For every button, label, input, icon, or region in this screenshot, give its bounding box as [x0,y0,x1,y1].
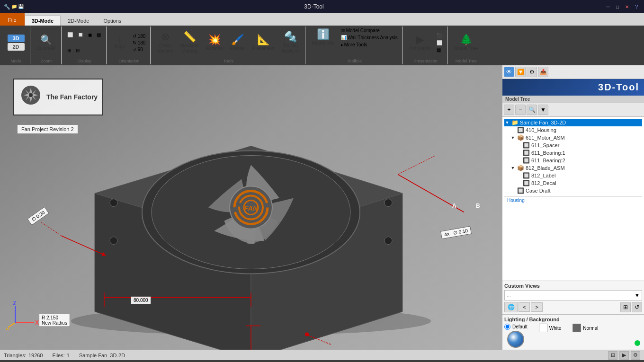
svg-line-38 [8,323,15,327]
right-panel: 👁 🔽 ⚙ 📤 3D-Tool Model Tree + − 🔍 ▼ ▼ 📁 [502,65,644,350]
titlebar: 🔧 📁 💾 3D-Tool ─ □ ✕ ? [0,0,644,13]
more-tools-label: More Tools [344,42,367,47]
tree-root[interactable]: ▼ 📁 Sample Fan_3D-2D [504,119,642,126]
statusbar: Triangles: 19260 Files: 1 Sample Fan_3D-… [0,350,644,360]
tree-item-812-decal[interactable]: 🔲 812_Decal [504,179,642,187]
tree-item-611-motor[interactable]: ▼ 📦 611_Motor_ASM [504,134,642,141]
viewport[interactable]: The Fan Factory Fan Project Revision 2 [0,65,502,350]
display-btn-3[interactable]: ◼ [86,32,94,38]
panel-export-btn[interactable]: 📤 [538,67,548,77]
tree-item-611-bearing2[interactable]: 🔲 611_Bearing:2 [504,157,642,164]
view-icon-2[interactable]: ↺ [632,302,642,312]
display-btn-4[interactable]: ▦ [95,32,103,38]
measure-markup-button[interactable]: 📏 MeasureMarkup [178,31,202,54]
svg-text:Z: Z [13,301,16,307]
pres-btn-2[interactable]: ⬜ [435,40,444,46]
tree-item-611-spacer[interactable]: 🔲 611_Spacer [504,141,642,149]
tree-item-611-bearing2-label: 611_Bearing:2 [531,158,565,163]
statusbar-icon-3[interactable]: ⚙ [631,351,640,360]
normal-swatch[interactable] [572,324,581,332]
tree-item-812-label[interactable]: 🔲 812_Label [504,172,642,179]
mode-3d-button[interactable]: 3D [8,35,25,42]
display-icon-3: ◼ [88,32,92,37]
minimize-button[interactable]: ─ [604,3,612,10]
lighting-default-radio[interactable] [504,324,510,330]
node-icon-812-decal: 🔲 [523,180,530,186]
model-info-button[interactable]: ℹ️ Model Info [309,27,337,48]
animation-button[interactable]: ▶ Animation [407,34,433,52]
rot-btn-1[interactable]: ↺ 180 [131,33,147,39]
close-button[interactable]: ✕ [623,3,631,10]
model-compare-button[interactable]: ⚖ Model Compare [339,27,400,34]
tab-options[interactable]: Options [96,15,128,26]
globe-icon[interactable] [507,331,524,348]
help-button[interactable]: ? [633,3,640,10]
svg-point-14 [110,199,117,207]
cross-section-button[interactable]: ⊗ CrossSection [154,31,176,54]
explode-button[interactable]: 💥 Explode [203,34,226,52]
pres-icon-3: ▦ [437,47,441,53]
panel-btn-collapse[interactable]: − [515,105,526,115]
tree-item-812-blade[interactable]: ▼ 📦 812_Blade_ASM [504,164,642,172]
tree-item-case-draft-label: Case Draft [526,188,551,194]
panel-settings-btn[interactable]: ⚙ [527,67,537,77]
presentation-sub: ⬛ ⬜ ▦ [435,33,444,53]
tab-2d-mode[interactable]: 2D-Mode [61,15,96,26]
placement-button[interactable]: 📐 Placement [249,34,277,52]
folder-icon: 📁 [511,119,519,126]
panel-btn-filter[interactable]: 🔍 [527,105,537,115]
rot-btn-2[interactable]: ↻ 180 [131,40,147,46]
pres-btn-3[interactable]: ▦ [435,47,444,53]
align-label: Align [115,44,125,49]
statusbar-icon-1[interactable]: ⊞ [608,351,617,360]
tree-item-case-draft[interactable]: 🔲 Case Draft [504,187,642,194]
more-tools-icon: ▸ [341,42,343,47]
display-btn-6[interactable]: ⊟ [74,47,81,53]
tree-item-410[interactable]: 🔲 410_Housing [504,126,642,134]
wall-thickness-icon: 📊 [341,35,347,40]
custom-views-dropdown[interactable]: ... ▼ [504,290,642,300]
housing-annotation: Housing [504,196,642,204]
tab-file[interactable]: File [0,13,25,26]
statusbar-icon-2[interactable]: ▶ [619,351,629,360]
ribbon-group-orientation: ⊹ Align ↺ 180 ↻ 180 ⤾ 90 Orientation [107,26,151,64]
tree-item-611-bearing1[interactable]: 🔲 611_Bearing:1 [504,149,642,157]
lighting-section: Lighting / Background Default White [502,315,644,350]
nav-prev-button[interactable]: < [519,302,530,312]
zoom-all-button[interactable]: 🔍 Zoom All [34,34,58,52]
panel-btn-expand[interactable]: + [504,105,514,115]
display-btn-1[interactable]: ⬜ [65,32,75,38]
tooling-analysis-button[interactable]: 🔩 ToolingAnalysis [279,31,302,54]
panel-btn-filter2[interactable]: ▼ [538,105,548,115]
mode-2d-button[interactable]: 2D [8,43,25,51]
painter-button[interactable]: 🖌️ Painter [227,34,248,52]
display-btn-5[interactable]: ⊞ [65,47,73,53]
tab-3d-mode[interactable]: 3D-Mode [25,15,61,26]
nav-next-button[interactable]: > [531,302,542,312]
display-btn-2[interactable]: 🔲 [76,32,85,38]
more-tools-button[interactable]: ▸ More Tools [339,42,400,48]
globe-nav-icon[interactable]: 🌐 [504,302,518,312]
white-swatch[interactable] [539,324,547,332]
panel-filter-btn[interactable]: 🔽 [515,67,526,77]
presentation-group-label: Presentation [413,58,438,63]
model-info-icon: ℹ️ [317,29,330,40]
align-button[interactable]: ⊹ Align [110,35,129,50]
node-icon-611-motor: 📦 [517,134,524,141]
view-icon-1[interactable]: ⊞ [620,302,631,312]
ribbon-group-tools: ⊗ CrossSection 📏 MeasureMarkup 💥 Explode… [152,26,305,64]
rot-btn-3[interactable]: ⤾ 90 [131,46,147,53]
display-icon-6: ⊟ [76,48,80,53]
pres-btn-1[interactable]: ⬛ [435,33,444,39]
maximize-button[interactable]: □ [614,3,621,10]
panel-view-3d-btn[interactable]: 👁 [504,67,514,77]
tree-item-611-motor-label: 611_Motor_ASM [526,135,565,141]
model-tree-button[interactable]: 🌲 Model Tree [451,34,481,52]
tree-item-812-decal-label: 812_Decal [531,180,556,186]
wall-thickness-button[interactable]: 📊 Wall Thickness Analysis [339,35,400,41]
cross-section-icon: ⊗ [161,32,170,42]
lighting-default-label: Default [512,324,528,329]
window-controls[interactable]: ─ □ ✕ ? [604,3,640,10]
display-icon-1: ⬜ [67,32,73,37]
toolbox-row1: ℹ️ Model Info ⚖ Model Compare 📊 Wall Thi… [309,27,400,48]
